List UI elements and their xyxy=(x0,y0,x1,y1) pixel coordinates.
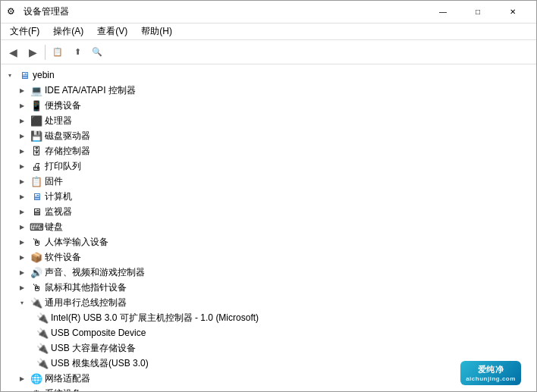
list-item[interactable]: ▶ 💻 IDE ATA/ATAPI 控制器 xyxy=(1,83,536,98)
node-label: 便携设备 xyxy=(45,99,81,112)
device-manager-window: ⚙ 设备管理器 — □ ✕ 文件(F) 操作(A) 查看(V) 帮助(H) ◀ … xyxy=(0,0,537,392)
node-icon: 🔌 xyxy=(30,296,42,309)
window-title: 设备管理器 xyxy=(24,5,69,18)
menu-file[interactable]: 文件(F) xyxy=(4,24,46,39)
node-icon: 🔌 xyxy=(36,342,49,354)
expand-icon[interactable]: ▶ xyxy=(16,145,28,157)
device-tree[interactable]: ▾ 🖥 yebin ▶ 💻 IDE ATA/ATAPI 控制器 ▶ 📱 便携设 xyxy=(1,64,536,391)
node-icon: 🔌 xyxy=(36,357,49,369)
node-label: 人体学输入设备 xyxy=(45,236,108,249)
root-icon: 🖥 xyxy=(18,69,30,81)
watermark-line2: aichunjing.com xyxy=(466,375,516,382)
titlebar: ⚙ 设备管理器 — □ ✕ xyxy=(1,1,536,24)
list-item[interactable]: ▶ 🖥 计算机 xyxy=(1,189,536,204)
watermark: 爱纯净 aichunjing.com xyxy=(460,361,521,385)
node-icon: 🖱 xyxy=(30,236,42,248)
list-item[interactable]: ▶ 🖱 人体学输入设备 xyxy=(1,234,536,249)
minimize-button[interactable]: — xyxy=(426,1,460,24)
node-icon: 🔊 xyxy=(30,266,42,278)
expand-icon[interactable]: ▶ xyxy=(16,99,28,111)
titlebar-left: ⚙ 设备管理器 xyxy=(7,5,69,18)
list-item[interactable]: ▶ 🔊 声音、视频和游戏控制器 xyxy=(1,265,536,280)
list-item[interactable]: 🔌 USB 根集线器(USB 3.0) xyxy=(1,356,536,371)
menu-action[interactable]: 操作(A) xyxy=(47,24,90,39)
list-item[interactable]: ▶ ⚙ 系统设备 xyxy=(1,386,536,391)
maximize-button[interactable]: □ xyxy=(460,1,495,24)
root-expand-icon[interactable]: ▾ xyxy=(4,69,16,81)
expand-icon[interactable]: ▶ xyxy=(16,84,28,96)
toolbar-separator-1 xyxy=(45,45,46,60)
window-icon: ⚙ xyxy=(7,6,19,18)
list-item[interactable]: ▶ 📦 软件设备 xyxy=(1,249,536,265)
expand-icon[interactable]: ▶ xyxy=(16,130,28,142)
scan-button[interactable]: 🔍 xyxy=(88,43,106,61)
expand-icon[interactable]: ▶ xyxy=(16,205,28,218)
expand-icon[interactable]: ▶ xyxy=(16,251,28,263)
list-item[interactable]: ▶ ⬛ 处理器 xyxy=(1,113,536,128)
expand-icon[interactable]: ▶ xyxy=(16,175,28,187)
content-area: ▾ 🖥 yebin ▶ 💻 IDE ATA/ATAPI 控制器 ▶ 📱 便携设 xyxy=(1,64,536,391)
node-icon: 🖱 xyxy=(30,281,42,293)
expand-icon[interactable]: ▶ xyxy=(16,221,28,233)
node-icon: 📱 xyxy=(30,99,42,111)
expand-icon xyxy=(31,327,34,339)
forward-button[interactable]: ▶ xyxy=(24,43,42,61)
content-wrapper: ▾ 🖥 yebin ▶ 💻 IDE ATA/ATAPI 控制器 ▶ 📱 便携设 xyxy=(1,64,536,391)
expand-icon[interactable]: ▶ xyxy=(16,114,28,127)
expand-icon[interactable]: ▶ xyxy=(16,387,28,391)
list-item[interactable]: ▶ 🖱 鼠标和其他指针设备 xyxy=(1,280,536,295)
expand-icon[interactable]: ▶ xyxy=(16,281,28,293)
properties-button[interactable]: 📋 xyxy=(49,43,67,61)
node-icon: 💻 xyxy=(30,84,42,96)
root-label: yebin xyxy=(33,70,55,80)
list-item[interactable]: ▶ 🖨 打印队列 xyxy=(1,158,536,174)
menu-view[interactable]: 查看(V) xyxy=(91,24,133,39)
expand-icon xyxy=(31,312,34,324)
expand-icon[interactable]: ▶ xyxy=(16,372,28,384)
node-icon: 🖥 xyxy=(30,205,42,218)
node-icon: 🌐 xyxy=(30,372,42,384)
list-item[interactable]: ▶ ⌨ 键盘 xyxy=(1,219,536,234)
node-icon: ⌨ xyxy=(30,221,42,233)
list-item[interactable]: ▶ 💾 磁盘驱动器 xyxy=(1,128,536,143)
node-icon: 💾 xyxy=(30,130,42,142)
list-item[interactable]: ▶ 🗄 存储控制器 xyxy=(1,143,536,158)
expand-icon[interactable]: ▶ xyxy=(16,236,28,248)
list-item[interactable]: 🔌 USB 大容量存储设备 xyxy=(1,340,536,356)
node-icon: 📦 xyxy=(30,251,42,263)
node-icon: ⬛ xyxy=(30,114,42,127)
node-label: 系统设备 xyxy=(45,387,81,392)
node-icon: 📋 xyxy=(30,175,42,187)
back-button[interactable]: ◀ xyxy=(4,43,22,61)
expand-icon[interactable]: ▶ xyxy=(16,160,28,172)
close-button[interactable]: ✕ xyxy=(495,1,530,24)
expand-icon[interactable]: ▾ xyxy=(16,296,28,309)
update-button[interactable]: ⬆ xyxy=(68,43,86,61)
node-label: 磁盘驱动器 xyxy=(45,130,90,143)
usb-composite-device-item[interactable]: 🔌 USB Composite Device xyxy=(1,325,536,340)
node-label: USB 大容量存储设备 xyxy=(51,342,136,355)
menu-help[interactable]: 帮助(H) xyxy=(135,24,178,39)
node-label: 声音、视频和游戏控制器 xyxy=(45,266,145,279)
tree-root[interactable]: ▾ 🖥 yebin xyxy=(1,67,536,83)
list-item[interactable]: ▶ 📋 固件 xyxy=(1,174,536,189)
node-icon: ⚙ xyxy=(30,387,42,391)
node-label: 存储控制器 xyxy=(45,145,90,158)
node-label: 打印队列 xyxy=(45,160,81,173)
expand-icon xyxy=(31,357,34,369)
expand-icon[interactable]: ▶ xyxy=(16,266,28,278)
node-label: 处理器 xyxy=(45,114,72,127)
expand-icon[interactable]: ▶ xyxy=(16,190,28,202)
list-item[interactable]: 🔌 Intel(R) USB 3.0 可扩展主机控制器 - 1.0 (Micro… xyxy=(1,310,536,325)
node-label: 固件 xyxy=(45,175,63,188)
list-item[interactable]: ▶ 🌐 网络适配器 xyxy=(1,371,536,386)
node-label: 网络适配器 xyxy=(45,372,90,385)
node-label: 键盘 xyxy=(45,221,63,234)
list-item[interactable]: ▶ 🖥 监视器 xyxy=(1,204,536,219)
node-label: 监视器 xyxy=(45,205,72,218)
list-item[interactable]: ▾ 🔌 通用串行总线控制器 xyxy=(1,295,536,310)
list-item[interactable]: ▶ 📱 便携设备 xyxy=(1,98,536,113)
node-label: USB 根集线器(USB 3.0) xyxy=(51,357,149,370)
node-label: 计算机 xyxy=(45,190,72,203)
titlebar-controls: — □ ✕ xyxy=(426,1,530,24)
